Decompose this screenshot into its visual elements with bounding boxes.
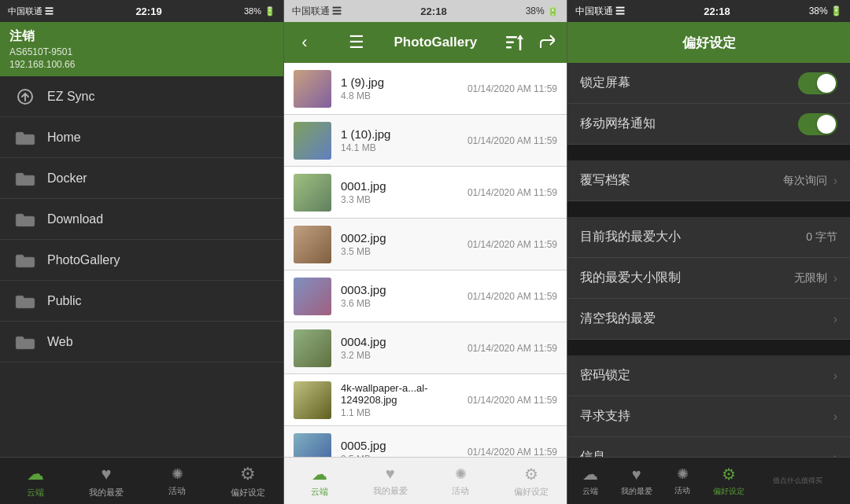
tab-cloud[interactable]: ☁ 云端 (0, 464, 71, 498)
setting-name: 移动网络通知 (580, 116, 656, 132)
settings-item-overwrite[interactable]: 覆写档案 每次询问 › (567, 160, 850, 201)
tab-label: 云端 (27, 487, 44, 498)
settings-separator (567, 145, 850, 160)
list-item[interactable]: Home (0, 117, 283, 158)
list-item[interactable]: 1 (10).jpg 14.1 MB 01/14/2020 AM 11:59 (284, 115, 567, 167)
settings-title: 偏好设定 (682, 34, 736, 52)
photo-info: 0003.jpg 3.6 MB (341, 283, 468, 309)
list-item[interactable]: EZ Sync (0, 76, 283, 117)
chevron-icon: › (833, 174, 837, 188)
heart-icon: ♥ (101, 464, 111, 484)
photo-name: 4k-wallpaper-a...al-1249208.jpg (341, 382, 468, 406)
list-item[interactable]: Web (0, 322, 283, 362)
lock-screen-toggle[interactable] (798, 72, 837, 94)
settings-item-info[interactable]: 信息 › (567, 437, 850, 457)
setting-name: 信息 (580, 449, 605, 457)
tab-activity-3[interactable]: ✺ 活动 (660, 465, 706, 496)
photo-thumbnail (294, 122, 331, 160)
setting-name: 覆写档案 (580, 172, 630, 189)
settings-item-favorites-size: 目前我的最爱大小 0 字节 (567, 217, 850, 258)
folder-icon (13, 248, 38, 273)
list-item[interactable]: 0004.jpg 3.2 MB 01/14/2020 AM 11:59 (284, 322, 567, 374)
settings-item-password-lock[interactable]: 密码锁定 › (567, 355, 850, 396)
list-item[interactable]: Docker (0, 158, 283, 199)
photo-info: 4k-wallpaper-a...al-1249208.jpg 1.1 MB (341, 382, 468, 418)
tab-label: 活动 (674, 485, 690, 496)
setting-value: › (833, 410, 837, 424)
tab-bar-1: ☁ 云端 ♥ 我的最爱 ✺ 活动 ⚙ 偏好设定 (0, 457, 283, 504)
list-item[interactable]: Download (0, 199, 283, 240)
photo-thumbnail (294, 174, 331, 212)
tab-activity[interactable]: ✺ 活动 (142, 465, 213, 497)
photo-size: 4.8 MB (341, 90, 468, 101)
list-item[interactable]: 1 (9).jpg 4.8 MB 01/14/2020 AM 11:59 (284, 63, 567, 115)
photo-info: 0004.jpg 3.2 MB (341, 335, 468, 361)
menu-button[interactable]: ☰ (342, 28, 371, 57)
settings-list: 锁定屏幕 移动网络通知 覆写档案 每次询问 › 目前我的最爱大小 0 字节 我的… (567, 63, 850, 457)
logout-button[interactable]: 注销 (9, 28, 35, 45)
tab-cloud-3[interactable]: ☁ 云端 (567, 465, 614, 497)
tab-bar-3: ☁ 云端 ♥ 我的最爱 ✺ 活动 ⚙ 偏好设定 值点什么值得买 (567, 457, 850, 504)
photo-size: 14.1 MB (341, 142, 468, 153)
photo-name: 0002.jpg (341, 231, 468, 245)
file-name: PhotoGallery (47, 253, 120, 267)
settings-item-support[interactable]: 寻求支持 › (567, 396, 850, 437)
setting-name: 密码锁定 (580, 367, 630, 384)
settings-item-clear-favorites[interactable]: 清空我的最爱 › (567, 299, 850, 340)
settings-item-mobile-notify[interactable]: 移动网络通知 (567, 104, 850, 145)
device-ip: 192.168.100.66 (9, 59, 75, 70)
sort-button[interactable] (501, 28, 529, 57)
settings-item-favorites-limit[interactable]: 我的最爱大小限制 无限制 › (567, 258, 850, 299)
list-item[interactable]: 0003.jpg 3.6 MB 01/14/2020 AM 11:59 (284, 270, 567, 322)
photo-name: 1 (10).jpg (341, 127, 468, 141)
tab-label: 我的最爱 (621, 486, 652, 497)
setting-name: 我的最爱大小限制 (580, 270, 681, 286)
tab-favorites-3[interactable]: ♥ 我的最爱 (614, 465, 660, 497)
file-name: Home (47, 131, 81, 145)
settings-item-lock-screen[interactable]: 锁定屏幕 (567, 63, 850, 104)
list-item[interactable]: 0005.jpg 3.5 MB 01/14/2020 AM 11:59 (284, 426, 567, 457)
chevron-icon: › (833, 410, 837, 424)
panel-settings: 中国联通 ☰ 22:18 38% 🔋 偏好设定 锁定屏幕 移动网络通知 覆写档案… (567, 0, 850, 504)
photo-name: 0005.jpg (341, 439, 468, 452)
cloud-icon: ☁ (27, 464, 44, 484)
photo-list: 1 (9).jpg 4.8 MB 01/14/2020 AM 11:59 1 (… (284, 63, 567, 457)
tab-label: 活动 (452, 485, 469, 497)
carrier-2: 中国联通 ☰ (292, 5, 342, 18)
tab-activity-2[interactable]: ✺ 活动 (426, 465, 497, 497)
heart-icon: ♥ (632, 465, 641, 484)
tab-settings-2[interactable]: ⚙ 偏好设定 (496, 465, 567, 498)
photo-date: 01/14/2020 AM 11:59 (468, 135, 557, 146)
back-button[interactable]: ‹ (290, 28, 319, 57)
tab-label: 云端 (311, 486, 328, 498)
svg-rect-3 (506, 46, 512, 49)
tab-label: 偏好设定 (231, 487, 265, 498)
photo-date: 01/14/2020 AM 11:59 (468, 343, 557, 354)
list-item[interactable]: Public (0, 281, 283, 322)
photo-thumbnail (294, 70, 331, 108)
folder-icon (13, 329, 38, 355)
folder-icon (13, 289, 38, 314)
photo-name: 0003.jpg (341, 283, 468, 296)
tab-settings[interactable]: ⚙ 偏好设定 (213, 464, 283, 498)
list-item[interactable]: 0001.jpg 3.3 MB 01/14/2020 AM 11:59 (284, 167, 567, 219)
photo-thumbnail (294, 433, 331, 458)
list-item[interactable]: 0002.jpg 3.5 MB 01/14/2020 AM 11:59 (284, 219, 567, 270)
tab-label: 偏好设定 (514, 486, 549, 498)
tab-favorites[interactable]: ♥ 我的最爱 (71, 464, 142, 498)
chevron-icon: › (833, 271, 837, 285)
photo-thumbnail (294, 226, 331, 263)
tab-favorites-2[interactable]: ♥ 我的最爱 (355, 465, 426, 497)
panel-photo-gallery: 中国联通 ☰ 22:18 38% 🔋 ‹ ☰ PhotoGallery (283, 0, 567, 504)
setting-value: › (833, 451, 837, 458)
tab-settings-3[interactable]: ⚙ 偏好设定 (706, 465, 752, 497)
setting-value: › (833, 369, 837, 383)
share-button[interactable] (532, 28, 560, 57)
mobile-notify-toggle[interactable] (798, 113, 837, 135)
setting-name: 寻求支持 (580, 408, 630, 425)
tab-label: 偏好设定 (713, 486, 745, 497)
list-item[interactable]: 4k-wallpaper-a...al-1249208.jpg 1.1 MB 0… (284, 374, 567, 426)
tab-cloud-2[interactable]: ☁ 云端 (284, 465, 355, 498)
list-item[interactable]: PhotoGallery (0, 240, 283, 281)
status-bar-3: 中国联通 ☰ 22:18 38% 🔋 (567, 0, 850, 22)
